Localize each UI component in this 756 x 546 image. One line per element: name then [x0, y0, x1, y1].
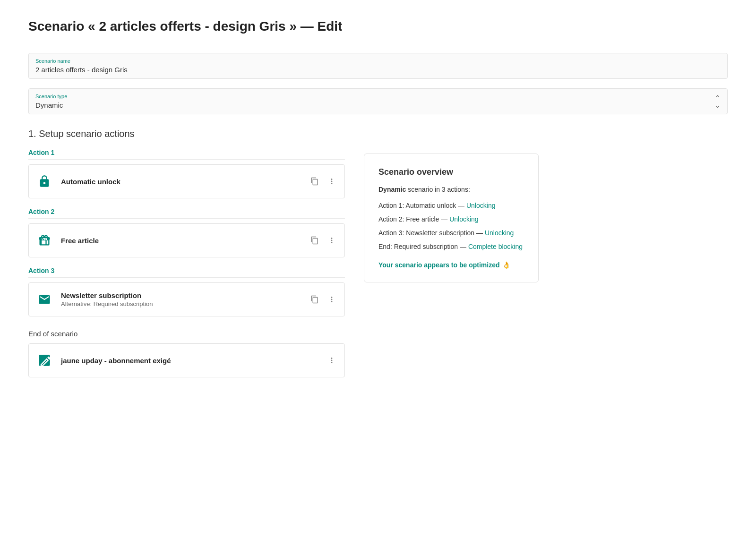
- overview-item-end-teal: Complete blocking: [468, 243, 523, 250]
- scenario-name-value: 2 articles offerts - design Gris: [35, 66, 721, 74]
- action-1-label: Action 1: [28, 149, 345, 160]
- action-2-copy-button[interactable]: [309, 234, 321, 247]
- scenario-type-label: Scenario type: [35, 94, 67, 99]
- action-2-title: Free article: [61, 237, 309, 245]
- overview-item-3-teal: Unlocking: [485, 229, 514, 237]
- action-3-subtitle: Alternative: Required subscription: [61, 300, 309, 307]
- action-3-controls: [309, 293, 338, 306]
- overview-optimized-text: Your scenario appears to be optimized 👌: [378, 261, 524, 269]
- overview-item-end: End: Required subscription — Complete bl…: [378, 242, 524, 252]
- end-section-controls: [326, 354, 338, 367]
- action-1-copy-button[interactable]: [309, 175, 321, 188]
- mail-icon: [35, 290, 53, 308]
- action-3-title: Newsletter subscription: [61, 291, 309, 299]
- overview-title: Scenario overview: [378, 167, 524, 177]
- scenario-name-field: Scenario name 2 articles offerts - desig…: [28, 53, 728, 79]
- lock-icon: [35, 172, 53, 190]
- overview-dynamic-label: Dynamic: [378, 186, 406, 193]
- overview-item-3-prefix: Action 3: Newsletter subscription —: [378, 229, 485, 237]
- action-1-controls: [309, 175, 338, 188]
- action-group-3: Action 3 Newsletter subscription Alterna…: [28, 267, 345, 316]
- action-group-2: Action 2 Free article: [28, 208, 345, 257]
- action-1-more-button[interactable]: [326, 175, 338, 188]
- end-section-text: jaune upday - abonnement exigé: [61, 357, 326, 365]
- actions-column: Action 1 Automatic unlock: [28, 149, 345, 377]
- overview-subtitle-rest: scenario in 3 actions:: [406, 186, 470, 193]
- action-3-label: Action 3: [28, 267, 345, 278]
- gift-icon: [35, 231, 53, 249]
- overview-item-2-teal: Unlocking: [449, 215, 478, 223]
- action-2-more-button[interactable]: [326, 234, 338, 247]
- end-section-item: jaune upday - abonnement exigé: [28, 343, 345, 377]
- action-2-text: Free article: [61, 237, 309, 245]
- action-3-text: Newsletter subscription Alternative: Req…: [61, 291, 309, 307]
- action-2-label: Action 2: [28, 208, 345, 219]
- end-section-label: End of scenario: [28, 330, 345, 338]
- overview-optimized-label: Your scenario appears to be optimized: [378, 261, 499, 269]
- end-icon: [35, 351, 53, 369]
- action-1-item: Automatic unlock: [28, 164, 345, 198]
- end-section-more-button[interactable]: [326, 354, 338, 367]
- action-3-item: Newsletter subscription Alternative: Req…: [28, 282, 345, 316]
- action-2-item: Free article: [28, 223, 345, 257]
- overview-item-end-prefix: End: Required subscription —: [378, 243, 468, 250]
- scenario-name-label: Scenario name: [35, 58, 721, 64]
- action-3-copy-button[interactable]: [309, 293, 321, 306]
- overview-item-2-prefix: Action 2: Free article —: [378, 215, 449, 223]
- scenario-overview-panel: Scenario overview Dynamic scenario in 3 …: [364, 154, 539, 282]
- overview-item-1-teal: Unlocking: [466, 202, 495, 209]
- scenario-type-chevron-icon: ⌃⌄: [715, 94, 721, 109]
- scenario-type-value: Dynamic: [35, 101, 67, 109]
- action-2-controls: [309, 234, 338, 247]
- overview-item-1: Action 1: Automatic unlock — Unlocking: [378, 201, 524, 211]
- overview-item-2: Action 2: Free article — Unlocking: [378, 214, 524, 224]
- main-layout: Action 1 Automatic unlock: [28, 149, 728, 377]
- action-group-1: Action 1 Automatic unlock: [28, 149, 345, 198]
- overview-optimized-emoji: 👌: [502, 261, 510, 269]
- end-section-title: jaune upday - abonnement exigé: [61, 357, 326, 365]
- action-1-text: Automatic unlock: [61, 178, 309, 186]
- scenario-type-field[interactable]: Scenario type Dynamic ⌃⌄: [28, 88, 728, 114]
- overview-item-1-prefix: Action 1: Automatic unlock —: [378, 202, 466, 209]
- overview-item-3: Action 3: Newsletter subscription — Unlo…: [378, 228, 524, 238]
- action-1-title: Automatic unlock: [61, 178, 309, 186]
- setup-section-title: 1. Setup scenario actions: [28, 128, 728, 139]
- action-3-more-button[interactable]: [326, 293, 338, 306]
- page-title: Scenario « 2 articles offerts - design G…: [28, 19, 728, 34]
- overview-subtitle: Dynamic scenario in 3 actions:: [378, 186, 524, 193]
